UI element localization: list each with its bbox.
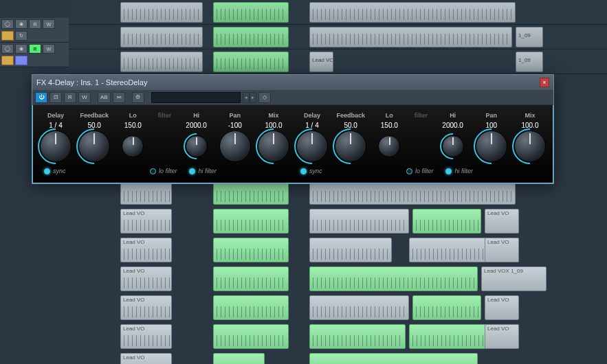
sync-toggle[interactable]: sync bbox=[300, 168, 322, 174]
clip-label: Lead VO bbox=[121, 354, 147, 361]
lo-knob[interactable] bbox=[378, 135, 400, 157]
write-automation-button[interactable]: W bbox=[78, 92, 91, 103]
track-control-row[interactable]: ◯ ◉ R W ↻ bbox=[0, 18, 69, 43]
toggle-dot-icon bbox=[445, 168, 452, 174]
toggle-dot-icon bbox=[189, 168, 195, 174]
param-label: Hi bbox=[193, 112, 199, 119]
pan-value: -100 bbox=[228, 122, 242, 129]
feedback-knob[interactable] bbox=[335, 130, 366, 162]
clip-label: Lead VO bbox=[485, 325, 511, 332]
hi-knob[interactable] bbox=[186, 135, 208, 157]
track-mute-icon[interactable]: ◉ bbox=[15, 44, 27, 54]
settings-button[interactable]: ⚙ bbox=[132, 92, 144, 103]
preset-prev-icon[interactable]: ◂ bbox=[243, 92, 250, 103]
clip-label: Lead VO bbox=[121, 209, 147, 217]
delay-knob[interactable] bbox=[40, 130, 71, 162]
lo-knob[interactable] bbox=[122, 135, 144, 157]
preset-next-icon[interactable]: ▸ bbox=[250, 92, 256, 103]
clip-label: Lead VO bbox=[485, 296, 511, 304]
mix-knob[interactable] bbox=[258, 130, 289, 162]
lo-filter-toggle[interactable]: lo filter bbox=[150, 168, 177, 174]
delay-knob[interactable] bbox=[296, 130, 328, 162]
param-label: Pan bbox=[230, 112, 241, 119]
clip-label: Lead VO bbox=[121, 296, 147, 304]
toggle-dot-icon bbox=[406, 168, 412, 174]
preset-selector[interactable] bbox=[151, 92, 241, 103]
track-circle-icon[interactable]: ◯ bbox=[1, 44, 14, 54]
right-channel: Delay 1 / 4 Feedback 50.0 Lo 150.0 filte… bbox=[295, 112, 547, 174]
left-channel: Delay 1 / 4 Feedback 50.0 Lo 150.0 filte… bbox=[38, 112, 291, 174]
bypass-button[interactable]: ⊡ bbox=[49, 92, 62, 103]
track-write-button[interactable]: W bbox=[43, 44, 55, 54]
mix-knob[interactable] bbox=[514, 130, 546, 162]
toggle-dot-icon bbox=[150, 168, 156, 174]
clip-label: Lead VO bbox=[485, 209, 511, 217]
track-folder-icon[interactable] bbox=[1, 31, 14, 41]
param-label: Mix bbox=[268, 112, 278, 119]
param-label: Delay bbox=[304, 112, 320, 119]
track-read-button[interactable]: R bbox=[29, 44, 41, 54]
read-automation-button[interactable]: R bbox=[64, 92, 76, 103]
param-label: Pan bbox=[486, 112, 498, 119]
clip-label: Lead VOX 1_09 bbox=[482, 267, 525, 275]
power-button[interactable]: ⏻ bbox=[35, 92, 47, 103]
preset-menu-button[interactable]: ◇ bbox=[258, 92, 271, 103]
param-label: Lo bbox=[386, 112, 393, 119]
param-label: filter bbox=[158, 112, 172, 119]
hi-value: 2000.0 bbox=[186, 122, 207, 129]
clip-label: Lead VO bbox=[310, 56, 333, 64]
sync-toggle[interactable]: sync bbox=[44, 168, 66, 174]
param-label: Hi bbox=[450, 112, 456, 119]
track-control-row[interactable]: ◯ ◉ R W bbox=[0, 43, 69, 67]
clip-label: Lead VO bbox=[485, 238, 511, 246]
track-read-button[interactable]: R bbox=[29, 19, 41, 29]
param-label: Mix bbox=[525, 112, 535, 119]
hi-filter-toggle[interactable]: hi filter bbox=[445, 168, 473, 174]
ab-compare-button[interactable]: AB bbox=[98, 92, 111, 103]
track-preset-icon[interactable] bbox=[15, 56, 27, 65]
track-mute-icon[interactable]: ◉ bbox=[15, 19, 27, 29]
hi-value: 2000.0 bbox=[442, 122, 463, 129]
close-icon[interactable]: × bbox=[540, 78, 549, 87]
track-folder-icon[interactable] bbox=[1, 56, 14, 65]
param-label: filter bbox=[415, 112, 428, 119]
lo-filter-toggle[interactable]: lo filter bbox=[406, 168, 434, 174]
hi-filter-toggle[interactable]: hi filter bbox=[189, 168, 217, 174]
param-label: Lo bbox=[129, 112, 137, 119]
clip-label: 1_09 bbox=[516, 32, 533, 39]
plugin-titlebar[interactable]: FX 4-Delay : Ins. 1 - StereoDelay × bbox=[32, 75, 553, 90]
link-button[interactable]: ⫘ bbox=[113, 92, 125, 103]
feedback-knob[interactable] bbox=[78, 130, 110, 162]
lo-value: 150.0 bbox=[124, 122, 142, 129]
param-label: Feedback bbox=[336, 112, 365, 119]
hi-knob[interactable] bbox=[442, 135, 464, 157]
param-label: Delay bbox=[47, 112, 64, 119]
clip-label: Lead VO bbox=[121, 267, 147, 275]
clip-label: Lead VO bbox=[121, 325, 147, 332]
track-loop-icon[interactable]: ↻ bbox=[15, 31, 27, 41]
toggle-dot-icon bbox=[300, 168, 307, 174]
param-label: Feedback bbox=[80, 112, 109, 119]
lo-value: 150.0 bbox=[381, 122, 398, 129]
plugin-toolbar: ⏻ ⊡ R W AB ⫘ ⚙ ◂ ▸ ◇ bbox=[32, 90, 553, 105]
track-circle-icon[interactable]: ◯ bbox=[1, 19, 14, 29]
clip-label: 1_09 bbox=[516, 56, 533, 64]
pan-knob[interactable] bbox=[476, 130, 507, 162]
pan-knob[interactable] bbox=[219, 130, 251, 162]
clip-label: Lead VO bbox=[121, 238, 147, 246]
toggle-dot-icon bbox=[44, 168, 50, 174]
plugin-window: FX 4-Delay : Ins. 1 - StereoDelay × ⏻ ⊡ … bbox=[32, 74, 554, 184]
track-write-button[interactable]: W bbox=[43, 19, 55, 29]
plugin-title: FX 4-Delay : Ins. 1 - StereoDelay bbox=[36, 78, 540, 87]
